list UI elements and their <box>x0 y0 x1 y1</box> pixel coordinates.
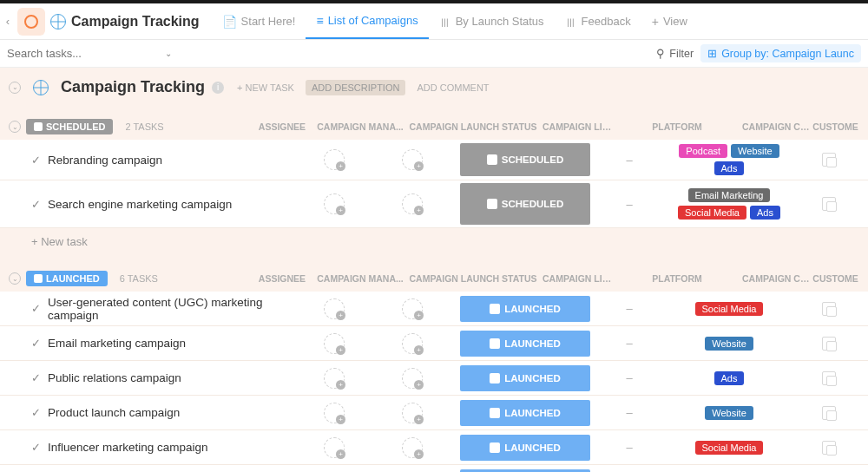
manager-add-icon[interactable] <box>402 368 423 389</box>
assignee-add-icon[interactable] <box>324 298 345 319</box>
platform-tag[interactable]: Social Media <box>695 302 764 316</box>
platform-tag[interactable]: Podcast <box>679 144 727 158</box>
assignee-add-icon[interactable] <box>324 403 345 423</box>
cell-assignee[interactable] <box>299 183 369 225</box>
assignee-add-icon[interactable] <box>324 368 345 389</box>
check-icon[interactable]: ✓ <box>31 302 41 315</box>
new-task-row[interactable]: + New task <box>0 228 868 255</box>
cell-copy[interactable] <box>794 365 864 391</box>
cell-copy[interactable] <box>794 296 864 322</box>
group-by-button[interactable]: ⊞ Group by: Campaign Launc <box>700 44 861 62</box>
search-input[interactable] <box>7 47 120 60</box>
col-link[interactable]: CAMPAIGN LINK <box>542 121 612 132</box>
manager-add-icon[interactable] <box>402 403 423 423</box>
platform-tag[interactable]: Website <box>705 406 753 420</box>
cell-manager[interactable] <box>369 296 456 322</box>
cell-platform[interactable]: Ads <box>664 365 794 391</box>
cell-customer[interactable]: – <box>864 331 868 357</box>
copy-icon[interactable] <box>822 337 836 351</box>
platform-tag[interactable]: Ads <box>714 371 745 385</box>
cell-assignee[interactable] <box>299 400 369 426</box>
copy-icon[interactable] <box>822 153 836 167</box>
platform-tag[interactable]: Website <box>731 144 779 158</box>
cell-manager[interactable] <box>369 400 456 426</box>
cell-platform[interactable]: Email MarketingSocial MediaAds <box>664 183 794 225</box>
tab-feedback[interactable]: ⫼ Feedback <box>555 3 641 39</box>
status-pill[interactable]: ⇄SCHEDULED <box>460 143 590 176</box>
platform-tag[interactable]: Ads <box>714 161 745 175</box>
tab-start-here[interactable]: 📄 Start Here! <box>212 3 306 39</box>
col-customer[interactable]: CUSTOME <box>812 273 859 284</box>
task-row[interactable]: ✓Public relations campaign▶LAUNCHED–Ads– <box>0 361 868 396</box>
col-platform[interactable]: PLATFORM <box>612 273 742 284</box>
col-assignee[interactable]: ASSIGNEE <box>247 121 317 132</box>
task-row[interactable]: ✓Search engine marketing campaign⇄SCHEDU… <box>0 180 868 228</box>
cell-customer[interactable]: – <box>864 400 868 426</box>
cell-status[interactable]: ⇄SCHEDULED <box>456 183 595 225</box>
col-copy[interactable]: CAMPAIGN COPY <box>742 273 812 284</box>
check-icon[interactable]: ✓ <box>31 371 41 384</box>
cell-manager[interactable] <box>369 435 456 461</box>
col-link[interactable]: CAMPAIGN LINK <box>542 273 612 284</box>
assignee-add-icon[interactable] <box>324 437 345 458</box>
assignee-add-icon[interactable] <box>324 149 345 170</box>
task-name[interactable]: Product launch campaign <box>48 406 299 419</box>
cell-customer[interactable]: – <box>864 365 868 391</box>
col-assignee[interactable]: ASSIGNEE <box>247 273 317 284</box>
platform-tag[interactable]: Social Media <box>695 441 764 455</box>
cell-assignee[interactable] <box>299 469 369 473</box>
status-pill[interactable]: ▶LAUNCHED <box>460 296 590 322</box>
app-logo[interactable] <box>17 8 45 36</box>
status-pill[interactable]: ▶LAUNCHED <box>460 469 590 473</box>
add-description-button[interactable]: ADD DESCRIPTION <box>306 80 405 95</box>
cell-copy[interactable] <box>794 435 864 461</box>
check-icon[interactable]: ✓ <box>31 441 41 454</box>
status-pill[interactable]: ▶LAUNCHED <box>460 400 590 426</box>
filter-button[interactable]: ⚲ Filter <box>649 44 700 62</box>
platform-tag[interactable]: Social Media <box>678 206 746 220</box>
cell-link[interactable]: – <box>595 183 664 225</box>
cell-copy[interactable] <box>794 142 864 177</box>
task-row[interactable]: ✓User-generated content (UGC) marketing … <box>0 292 868 326</box>
cell-customer[interactable]: – <box>864 142 868 177</box>
manager-add-icon[interactable] <box>402 149 423 170</box>
status-pill[interactable]: ▶LAUNCHED <box>460 365 590 391</box>
cell-assignee[interactable] <box>299 331 369 357</box>
cell-status[interactable]: ▶LAUNCHED <box>456 296 595 322</box>
cell-link[interactable]: – <box>595 365 664 391</box>
cell-manager[interactable] <box>369 142 456 177</box>
cell-assignee[interactable] <box>299 142 369 177</box>
status-pill[interactable]: ▶LAUNCHED <box>460 331 590 357</box>
task-name[interactable]: Search engine marketing campaign <box>48 198 299 211</box>
cell-link[interactable]: – <box>595 435 664 461</box>
search-box[interactable]: ⌄ <box>7 47 172 60</box>
cell-manager[interactable] <box>369 469 456 473</box>
status-pill[interactable]: ⇄SCHEDULED <box>460 183 590 225</box>
platform-tag[interactable]: Website <box>705 337 753 351</box>
cell-manager[interactable] <box>369 183 456 225</box>
cell-customer[interactable]: – <box>864 435 868 461</box>
cell-status[interactable]: ▶LAUNCHED <box>456 365 595 391</box>
group-status-pill[interactable]: ▶LAUNCHED <box>26 271 108 286</box>
cell-assignee[interactable] <box>299 435 369 461</box>
tab-list-of-campaigns[interactable]: ≡ List of Campaigns <box>306 3 428 39</box>
status-pill[interactable]: ▶LAUNCHED <box>460 435 590 461</box>
platform-tag[interactable]: Email Marketing <box>688 188 771 202</box>
task-name[interactable]: User-generated content (UGC) marketing c… <box>48 296 299 322</box>
tab-by-launch-status[interactable]: ⫼ By Launch Status <box>429 3 555 39</box>
task-name[interactable]: Email marketing campaign <box>48 337 299 350</box>
cell-customer[interactable]: – <box>864 183 868 225</box>
task-row[interactable]: ✓Video marketing campaign▶LAUNCHED–Email… <box>0 465 868 472</box>
cell-copy[interactable] <box>794 183 864 225</box>
group-status-pill[interactable]: ⇄SCHEDULED <box>26 119 113 134</box>
copy-icon[interactable] <box>822 371 836 385</box>
group-toggle[interactable]: ⌄ <box>9 272 21 285</box>
manager-add-icon[interactable] <box>402 298 423 319</box>
cell-link[interactable]: – <box>595 400 664 426</box>
copy-icon[interactable] <box>822 302 836 316</box>
task-row[interactable]: ✓Rebranding campaign⇄SCHEDULED–PodcastWe… <box>0 140 868 180</box>
cell-link[interactable]: – <box>595 296 664 322</box>
cell-copy[interactable] <box>794 331 864 357</box>
copy-icon[interactable] <box>822 406 836 420</box>
col-status[interactable]: CAMPAIGN LAUNCH STATUS <box>404 273 542 284</box>
